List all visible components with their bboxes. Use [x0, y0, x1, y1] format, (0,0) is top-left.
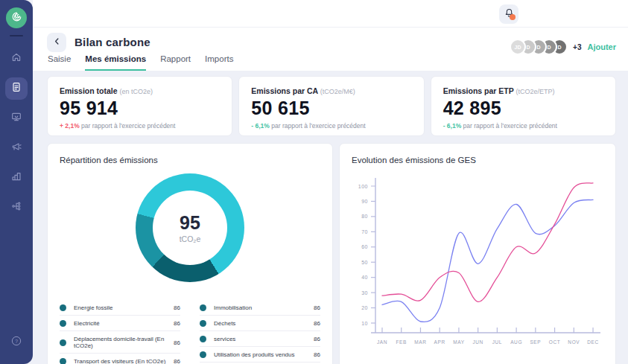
- svg-text:40: 40: [361, 275, 368, 280]
- legend-value: 86: [314, 320, 320, 327]
- sidebar-item-announcements[interactable]: [5, 137, 28, 159]
- svg-text:JUL: JUL: [492, 339, 502, 345]
- add-collaborator-button[interactable]: Ajouter: [588, 42, 617, 51]
- notifications-button[interactable]: [499, 4, 518, 24]
- sidebar-item-presentation[interactable]: [5, 107, 28, 130]
- legend-label: Utilisation des produits vendus: [214, 351, 314, 358]
- legend-row: Déchets86: [200, 316, 320, 331]
- legend-row: Energie fossile86: [60, 300, 180, 316]
- page-title: Bilan carbone: [74, 36, 150, 48]
- legend-label: Energie fossile: [74, 304, 174, 311]
- legend-label: Déchets: [214, 320, 314, 327]
- legend-column: Immobilisation86Déchets86services86Utili…: [200, 300, 320, 364]
- svg-text:SEP: SEP: [530, 339, 541, 345]
- legend-value: 86: [174, 320, 180, 327]
- svg-text:?: ?: [15, 339, 18, 344]
- back-button[interactable]: [47, 33, 66, 52]
- svg-text:10: 10: [361, 321, 368, 326]
- tab-mes-missions[interactable]: Mes émissions: [85, 54, 146, 71]
- svg-text:NOV: NOV: [568, 339, 580, 345]
- legend-value: 86: [314, 351, 320, 358]
- avatar-group: JDDDDD: [510, 39, 568, 55]
- kpi-delta: - 6,1% par rapport à l'exercice précéden…: [251, 122, 411, 130]
- monitor-icon: [10, 111, 22, 126]
- svg-text:JAN: JAN: [377, 339, 387, 345]
- series-blue: [382, 199, 593, 322]
- svg-text:OCT: OCT: [549, 339, 561, 345]
- svg-text:MAY: MAY: [453, 339, 464, 345]
- svg-text:50: 50: [361, 260, 368, 265]
- org-chart-icon: [10, 200, 22, 215]
- legend-label: services: [214, 336, 314, 342]
- kpi-title: Emission totale: [60, 86, 120, 95]
- kpi-unit: (en tCO2e): [120, 88, 153, 95]
- sidebar-item-network[interactable]: [5, 197, 28, 219]
- tab-rapport[interactable]: Rapport: [160, 54, 191, 71]
- kpi-unit: (tCO2e/M€): [320, 88, 355, 95]
- charts-row: Répartition des émissions 95 tCO₂e Energ…: [47, 143, 616, 364]
- sidebar-item-home[interactable]: [5, 48, 28, 70]
- donut-chart: 95 tCO₂e: [136, 173, 244, 282]
- avatar[interactable]: JD: [510, 39, 526, 55]
- svg-text:90: 90: [361, 199, 368, 204]
- spiral-logo-icon: [10, 10, 23, 26]
- legend-dot-icon: [200, 351, 206, 358]
- tab-saisie[interactable]: Saisie: [48, 54, 71, 71]
- legend-dot-icon: [200, 304, 206, 311]
- legend-row: services86: [200, 331, 320, 347]
- kpi-unit: (tCO2e/ETP): [516, 88, 555, 95]
- svg-text:MAR: MAR: [414, 339, 426, 345]
- sidebar-item-help[interactable]: ?: [5, 331, 28, 354]
- legend-value: 86: [174, 304, 180, 311]
- line-chart-svg: 102030405060708090100JANFEBMARAPRMAYJUNJ…: [352, 172, 605, 354]
- svg-text:60: 60: [361, 244, 368, 249]
- notification-badge: [510, 14, 516, 20]
- svg-text:AUG: AUG: [510, 339, 522, 345]
- donut-center: 95 tCO₂e: [153, 191, 227, 265]
- svg-text:JUN: JUN: [472, 339, 483, 345]
- donut-center-value: 95: [180, 212, 200, 234]
- legend-row: Déplacements domicile-travail (En tCO2e)…: [60, 331, 180, 354]
- donut-chart-card: Répartition des émissions 95 tCO₂e Energ…: [47, 143, 333, 364]
- chevron-left-icon: [52, 36, 62, 49]
- app-logo[interactable]: [6, 7, 27, 28]
- kpi-delta: - 6,1% par rapport à l'exercice précéden…: [443, 122, 603, 130]
- legend-label: Immobilisation: [214, 304, 314, 311]
- legend-row: Utilisation des produits vendus86: [200, 347, 320, 363]
- sidebar-item-documents[interactable]: [5, 77, 28, 100]
- legend-label: Déplacements domicile-travail (En tCO2e): [74, 336, 174, 349]
- kpi-title: Emissions par CA: [251, 86, 320, 95]
- svg-text:70: 70: [361, 229, 368, 234]
- legend-dot-icon: [60, 304, 66, 311]
- collaborators: JDDDDD +3 Ajouter: [510, 39, 616, 55]
- megaphone-icon: [10, 141, 22, 156]
- legend-column: Energie fossile86Electricité86Déplacemen…: [60, 300, 180, 364]
- legend-row: Transport des visiteurs (En tCO2e)86: [60, 354, 180, 364]
- kpi-delta: + 2,1% par rapport à l'exercice précéden…: [60, 122, 220, 130]
- line-chart-card: Evolution des émissions de GES 102030405…: [339, 143, 616, 364]
- avatar-more-count: +3: [573, 43, 581, 51]
- kpi-title: Emissions par ETP: [443, 86, 516, 95]
- bar-chart-icon: [10, 170, 22, 185]
- tab-imports[interactable]: Imports: [205, 54, 233, 71]
- document-icon: [10, 81, 22, 96]
- kpi-value: 95 914: [60, 98, 220, 119]
- svg-text:30: 30: [361, 290, 368, 296]
- legend-dot-icon: [60, 320, 66, 327]
- legend-value: 86: [314, 336, 320, 342]
- legend-value: 86: [174, 358, 180, 364]
- sidebar-item-analytics[interactable]: [5, 167, 28, 189]
- svg-text:FEB: FEB: [396, 339, 407, 345]
- donut-center-unit: tCO₂e: [180, 234, 201, 243]
- donut-chart-title: Répartition des émissions: [60, 156, 320, 165]
- series-pink: [382, 183, 593, 302]
- page-header: Bilan carbone JDDDDD +3 Ajouter SaisieMe…: [33, 28, 628, 71]
- legend-dot-icon: [200, 320, 206, 327]
- kpi-card: Emission totale (en tCO2e)95 914+ 2,1% p…: [47, 76, 232, 136]
- svg-text:APR: APR: [434, 339, 445, 345]
- home-icon: [10, 51, 22, 66]
- line-chart-title: Evolution des émissions de GES: [352, 156, 603, 165]
- svg-text:100: 100: [358, 184, 368, 189]
- topbar: [33, 0, 628, 28]
- kpi-value: 50 615: [251, 98, 411, 119]
